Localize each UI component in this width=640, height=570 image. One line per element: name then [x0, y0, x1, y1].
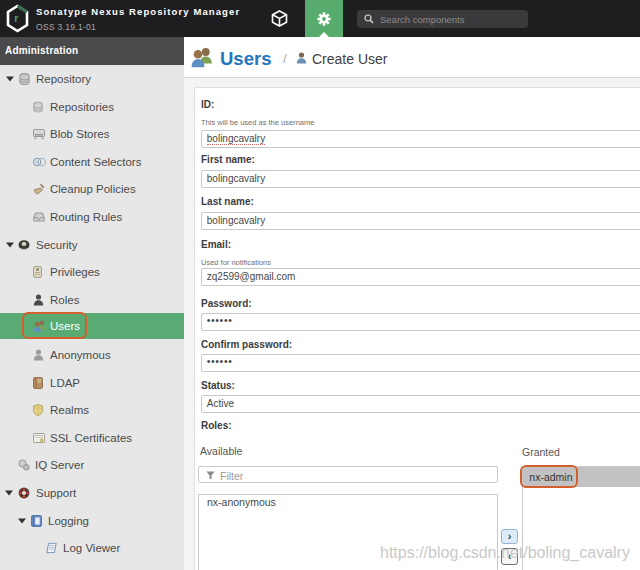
svg-text:r: r — [14, 12, 18, 24]
